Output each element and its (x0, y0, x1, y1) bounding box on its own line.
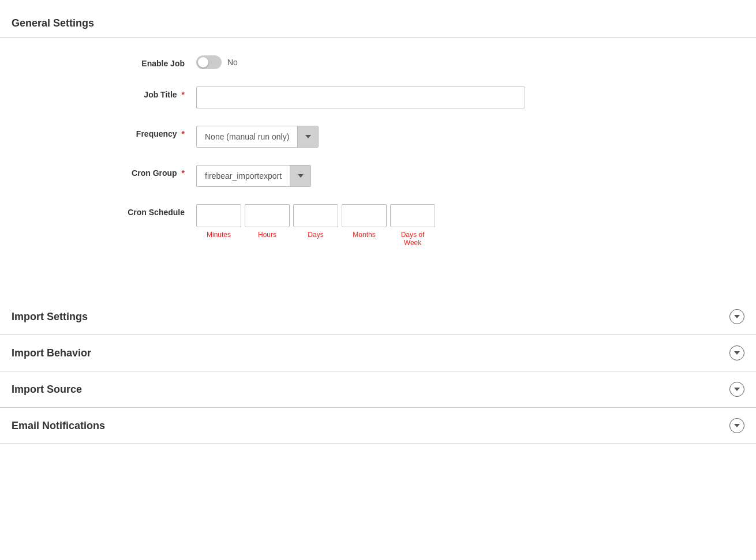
cron-minutes-wrap: Minutes (196, 204, 241, 239)
frequency-required-star: * (179, 129, 185, 138)
job-title-label: Job Title * (92, 87, 196, 99)
cron-days-wrap: Days (293, 204, 338, 239)
import-source-section: Import Source (0, 371, 756, 408)
toggle-knob (198, 57, 208, 67)
email-notifications-title: Email Notifications (12, 420, 105, 432)
job-title-row: Job Title * (92, 87, 664, 108)
import-behavior-section: Import Behavior (0, 335, 756, 371)
cron-months-label: Months (353, 231, 375, 239)
cron-group-label: Cron Group * (92, 165, 196, 178)
page-container: General Settings Enable Job No Job Title… (0, 0, 756, 560)
job-title-input[interactable] (196, 87, 525, 108)
cron-days-label: Days (308, 231, 323, 239)
email-notifications-expand-icon[interactable] (729, 418, 744, 433)
job-title-control (196, 87, 664, 108)
email-notifications-header[interactable]: Email Notifications (0, 408, 756, 444)
cron-schedule-label: Cron Schedule (92, 204, 196, 217)
cron-group-dropdown-btn[interactable] (290, 166, 310, 186)
import-behavior-chevron (734, 351, 740, 355)
import-source-expand-icon[interactable] (729, 382, 744, 397)
enable-job-label: Enable Job (92, 55, 196, 68)
general-settings-section: General Settings Enable Job No Job Title… (0, 12, 756, 299)
frequency-row: Frequency * None (manual run only) (92, 126, 664, 148)
cron-hours-input[interactable] (245, 204, 290, 227)
import-source-header[interactable]: Import Source (0, 371, 756, 407)
cron-group-required-star: * (179, 168, 185, 178)
cron-days-of-week-label: Days of Week (392, 231, 433, 247)
import-behavior-header[interactable]: Import Behavior (0, 335, 756, 371)
import-behavior-expand-icon[interactable] (729, 345, 744, 360)
cron-group-select-wrap[interactable]: firebear_importexport (196, 165, 311, 187)
enable-job-control: No (196, 55, 664, 69)
frequency-dropdown-btn[interactable] (297, 126, 318, 147)
import-source-chevron (734, 388, 740, 391)
cron-days-of-week-input[interactable] (390, 204, 435, 227)
import-settings-section: Import Settings (0, 299, 756, 335)
cron-schedule-row: Cron Schedule Minutes Hours (92, 204, 664, 247)
frequency-control: None (manual run only) (196, 126, 664, 148)
toggle-status-text: No (227, 58, 238, 67)
cron-months-wrap: Months (342, 204, 387, 239)
cron-months-input[interactable] (342, 204, 387, 227)
cron-schedule-control: Minutes Hours Days Months (196, 204, 664, 247)
cron-days-input[interactable] (293, 204, 338, 227)
cron-minutes-label: Minutes (207, 231, 231, 239)
cron-group-chevron-icon (298, 174, 304, 178)
cron-days-of-week-wrap: Days of Week (390, 204, 435, 247)
import-settings-title: Import Settings (12, 311, 88, 323)
cron-hours-label: Hours (258, 231, 276, 239)
cron-group-select-text: firebear_importexport (197, 167, 290, 185)
import-settings-header[interactable]: Import Settings (0, 299, 756, 335)
import-settings-expand-icon[interactable] (729, 309, 744, 324)
email-notifications-section: Email Notifications (0, 408, 756, 444)
cron-group-control: firebear_importexport (196, 165, 664, 187)
cron-fields: Minutes Hours Days Months (196, 204, 435, 247)
import-settings-chevron (734, 315, 740, 318)
import-source-title: Import Source (12, 384, 82, 396)
email-notifications-chevron (734, 424, 740, 427)
frequency-label: Frequency * (92, 126, 196, 138)
cron-minutes-input[interactable] (196, 204, 241, 227)
general-settings-title: General Settings (0, 12, 756, 38)
settings-content: Enable Job No Job Title * (0, 38, 756, 281)
frequency-chevron-icon (305, 135, 311, 138)
enable-job-toggle[interactable] (196, 55, 222, 69)
cron-group-row: Cron Group * firebear_importexport (92, 165, 664, 187)
job-title-required-star: * (179, 90, 185, 99)
import-behavior-title: Import Behavior (12, 347, 91, 359)
frequency-select-text: None (manual run only) (197, 128, 297, 145)
cron-hours-wrap: Hours (245, 204, 290, 239)
enable-job-row: Enable Job No (92, 55, 664, 69)
frequency-select-wrap[interactable]: None (manual run only) (196, 126, 319, 148)
